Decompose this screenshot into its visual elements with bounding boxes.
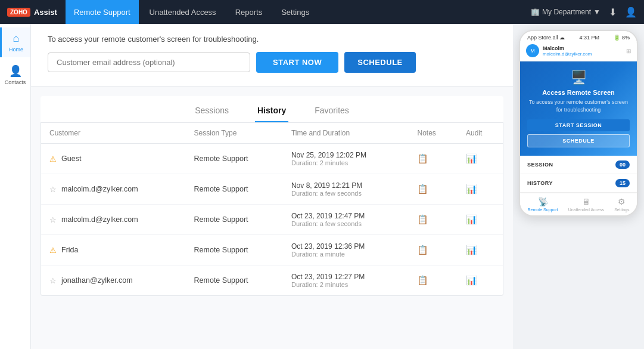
cell-notes: 📋 — [409, 174, 457, 205]
department-selector[interactable]: 🏢 My Department ▼ — [531, 8, 601, 16]
phone-nav-remote-support[interactable]: 📡 Remote Support — [528, 197, 558, 212]
cell-audit: 📊 — [458, 144, 503, 174]
cell-audit: 📊 — [458, 205, 503, 235]
nav-item-reports[interactable]: Reports — [227, 0, 271, 24]
department-icon: 🏢 — [531, 8, 540, 16]
history-table: Customer Session Type Time and Duration … — [41, 123, 503, 295]
nav-item-settings[interactable]: Settings — [273, 0, 318, 24]
nav-item-remote-support[interactable]: Remote Support — [66, 0, 139, 24]
cell-notes: 📋 — [409, 144, 457, 174]
cell-customer: ☆ jonathan@zylker.com — [41, 265, 186, 296]
phone-hero-section: 🖥️ Access Remote Screen To access your r… — [520, 61, 637, 156]
audit-icon[interactable]: 📊 — [466, 214, 477, 224]
cell-audit: 📊 — [458, 174, 503, 205]
phone-battery: 🔋 8% — [614, 35, 630, 41]
start-now-button[interactable]: START NOW — [256, 52, 338, 73]
sidebar-label-home: Home — [9, 47, 23, 52]
main-content: To access your remote customer's screen … — [31, 24, 513, 349]
col-time-duration: Time and Duration — [283, 123, 409, 144]
user-profile-icon[interactable]: 👤 — [625, 7, 637, 18]
star-icon: ☆ — [49, 215, 57, 224]
col-notes: Notes — [409, 123, 457, 144]
cell-notes: 📋 — [409, 235, 457, 265]
user-avatar: M — [526, 44, 539, 57]
nav-item-unattended-access[interactable]: Unattended Access — [141, 0, 225, 24]
audit-icon[interactable]: 📊 — [466, 245, 477, 255]
star-icon: ☆ — [49, 185, 57, 194]
description-text: To access your remote customer's screen … — [48, 35, 496, 44]
notes-icon[interactable]: 📋 — [417, 275, 428, 285]
email-input[interactable] — [48, 52, 250, 72]
phone-time: 4:31 PM — [579, 35, 599, 41]
cell-session-type: Remote Support — [186, 265, 283, 296]
phone-status-bar: App Store.all ☁ 4:31 PM 🔋 8% — [520, 31, 637, 42]
phone-start-session-button[interactable]: START SESSION — [527, 119, 630, 131]
cell-time: Nov 8, 2019 12:21 PM Duration: a few sec… — [283, 174, 409, 205]
sidebar-item-home[interactable]: ⌂ Home — [0, 27, 30, 57]
tab-sessions[interactable]: Sessions — [192, 102, 231, 122]
phone-nav-settings[interactable]: ⚙ Settings — [614, 197, 629, 212]
contacts-icon: 👤 — [9, 64, 22, 78]
phone-schedule-button[interactable]: SCHEDULE — [527, 134, 630, 147]
table-row: ☆ malcolm.d@zylker.com Remote Support Oc… — [41, 205, 503, 235]
cell-customer: ⚠ Guest — [41, 144, 186, 174]
phone-nav-unattended-icon: 🖥 — [582, 197, 590, 206]
notes-icon[interactable]: 📋 — [417, 245, 428, 255]
cell-customer: ⚠ Frida — [41, 235, 186, 265]
phone-nav-settings-icon: ⚙ — [618, 197, 626, 206]
customer-name: malcolm.d@zylker.com — [61, 215, 138, 224]
table-row: ☆ malcolm.d@zylker.com Remote Support No… — [41, 174, 503, 205]
phone-stats-section: SESSION 00 HISTORY 15 — [520, 156, 637, 193]
notes-icon[interactable]: 📋 — [417, 184, 428, 194]
table-row: ☆ jonathan@zylker.com Remote Support Oct… — [41, 265, 503, 296]
notes-icon[interactable]: 📋 — [417, 153, 428, 163]
phone-nav-unattended-label: Unattended Access — [568, 208, 604, 212]
phone-menu-icon: ⊞ — [626, 48, 631, 54]
table-row: ⚠ Guest Remote Support Nov 25, 2019 12:0… — [41, 144, 503, 174]
cell-time: Oct 23, 2019 12:27 PM Duration: 2 minute… — [283, 265, 409, 296]
logo-text: Assist — [34, 8, 57, 17]
department-label: My Department — [542, 8, 591, 16]
phone-signal: App Store.all ☁ — [527, 35, 565, 41]
sidebar-label-contacts: Contacts — [5, 79, 26, 85]
notes-icon[interactable]: 📋 — [417, 214, 428, 224]
schedule-button[interactable]: SCHEDULE — [344, 52, 416, 73]
cell-session-type: Remote Support — [186, 235, 283, 265]
tab-history[interactable]: History — [255, 102, 288, 122]
home-icon: ⌂ — [13, 32, 20, 45]
stat-history-label: HISTORY — [527, 180, 553, 186]
cell-audit: 📊 — [458, 235, 503, 265]
customer-name: Guest — [61, 155, 81, 163]
cell-session-type: Remote Support — [186, 144, 283, 174]
logo-box: ZOHO — [7, 8, 30, 17]
cell-notes: 📋 — [409, 205, 457, 235]
warn-icon: ⚠ — [49, 155, 57, 163]
phone-bottom-nav: 📡 Remote Support 🖥 Unattended Access ⚙ S… — [520, 193, 637, 215]
phone-hero-sub: To access your remote customer's screen … — [527, 98, 630, 113]
user-info: Malcolm malcolm.d@zylker.com — [543, 45, 592, 57]
customer-name: malcolm.d@zylker.com — [61, 185, 138, 193]
cell-audit: 📊 — [458, 265, 503, 296]
phone-nav-remote-support-icon: 📡 — [538, 197, 548, 206]
dropdown-icon: ▼ — [593, 8, 601, 16]
table-row: ⚠ Frida Remote Support Oct 23, 2019 12:3… — [41, 235, 503, 265]
phone-nav-unattended[interactable]: 🖥 Unattended Access — [568, 197, 604, 212]
download-icon[interactable]: ⬇ — [609, 7, 617, 18]
star-icon: ☆ — [49, 276, 57, 285]
audit-icon[interactable]: 📊 — [466, 275, 477, 285]
phone-stat-history: HISTORY 15 — [520, 174, 637, 193]
table-header-row: Customer Session Type Time and Duration … — [41, 123, 503, 144]
top-action-section: To access your remote customer's screen … — [31, 24, 513, 87]
nav-right-area: 🏢 My Department ▼ ⬇ 👤 — [531, 7, 637, 18]
tab-favorites[interactable]: Favorites — [312, 102, 351, 122]
sidebar-item-contacts[interactable]: 👤 Contacts — [0, 60, 30, 90]
warn-icon: ⚠ — [49, 246, 57, 255]
audit-icon[interactable]: 📊 — [466, 153, 477, 163]
cell-customer: ☆ malcolm.d@zylker.com — [41, 205, 186, 235]
stat-history-badge: 15 — [615, 179, 630, 187]
audit-icon[interactable]: 📊 — [466, 184, 477, 194]
cell-session-type: Remote Support — [186, 205, 283, 235]
cell-time: Oct 23, 2019 12:36 PM Duration: a minute — [283, 235, 409, 265]
action-row: START NOW SCHEDULE — [48, 52, 496, 73]
tabs-bar: Sessions History Favorites — [41, 96, 503, 123]
